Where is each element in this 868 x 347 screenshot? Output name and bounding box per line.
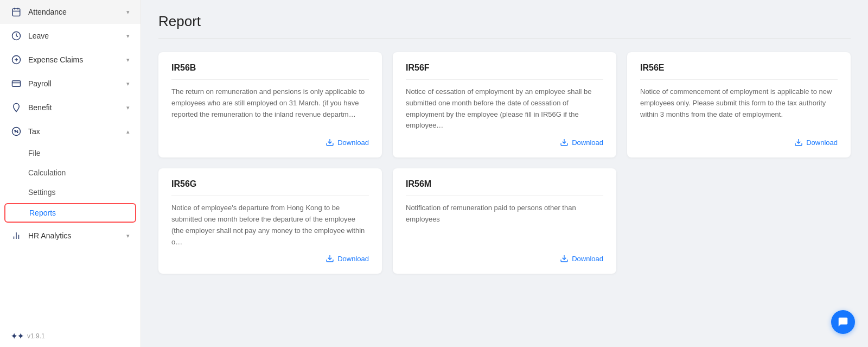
sidebar-sub-item-file[interactable]: File [0, 143, 141, 163]
sidebar-item-leave-label: Leave [28, 31, 120, 40]
hr-analytics-arrow-icon: ▾ [126, 232, 130, 239]
version-logo: ✦✦ [11, 332, 24, 340]
sidebar-item-tax-label: Tax [28, 127, 120, 136]
card-ir56f-title: IR56F [406, 63, 603, 80]
report-card-ir56f: IR56F Notice of cessation of employment … [393, 52, 616, 157]
tax-icon [11, 126, 22, 137]
svg-rect-8 [12, 81, 21, 87]
card-ir56b-title: IR56B [171, 63, 369, 80]
leave-arrow-icon: ▾ [126, 33, 130, 40]
sidebar-item-payroll[interactable]: Payroll ▾ [0, 72, 141, 96]
card-ir56g-title: IR56G [171, 179, 369, 196]
main-content-area: Report IR56B The return on remuneration … [141, 0, 868, 347]
chat-icon [837, 316, 849, 328]
benefit-arrow-icon: ▾ [126, 104, 130, 111]
page-title: Report [158, 13, 851, 30]
card-ir56b-desc: The return on remuneration and pensions … [171, 86, 369, 131]
card-ir56f-download-label: Download [572, 138, 603, 147]
svg-point-12 [15, 130, 16, 131]
sidebar-item-benefit[interactable]: Benefit ▾ [0, 96, 141, 119]
sidebar-sub-calculation-label: Calculation [28, 168, 66, 177]
sidebar-item-tax[interactable]: Tax ▴ [0, 119, 141, 143]
sidebar-sub-settings-label: Settings [28, 188, 56, 197]
sidebar-item-hr-analytics[interactable]: HR Analytics ▾ [0, 224, 141, 248]
report-card-ir56g: IR56G Notice of employee's departure fro… [158, 168, 382, 274]
sidebar-item-expense-label: Expense Claims [28, 55, 120, 64]
expense-arrow-icon: ▾ [126, 56, 130, 64]
card-ir56f-desc: Notice of cessation of employment by an … [406, 86, 603, 131]
sidebar-version: ✦✦ v1.9.1 [0, 325, 141, 347]
card-ir56m-title: IR56M [406, 179, 603, 196]
card-ir56b-download-label: Download [337, 138, 369, 147]
download-icon-ir56f [560, 138, 569, 147]
card-ir56e-title: IR56E [640, 63, 838, 80]
report-card-ir56m: IR56M Notification of remuneration paid … [393, 168, 616, 274]
main-header: Report [141, 0, 868, 39]
download-icon-ir56m [560, 254, 569, 263]
sidebar-sub-item-reports[interactable]: Reports [4, 203, 136, 223]
expense-icon [11, 54, 22, 65]
sidebar-item-expense-claims[interactable]: Expense Claims ▾ [0, 48, 141, 72]
sidebar-item-attendance-label: Attendance [28, 8, 120, 16]
payroll-icon [11, 78, 22, 89]
sidebar-sub-item-settings[interactable]: Settings [0, 182, 141, 202]
card-ir56g-download-label: Download [337, 255, 369, 263]
tax-arrow-icon: ▴ [126, 128, 130, 135]
download-icon-ir56e [794, 138, 803, 147]
download-icon-ir56b [326, 138, 334, 147]
sidebar-item-leave[interactable]: Leave ▾ [0, 24, 141, 48]
report-card-ir56e: IR56E Notice of commencement of employme… [627, 52, 851, 157]
payroll-arrow-icon: ▾ [126, 80, 130, 87]
attendance-icon [11, 7, 22, 17]
card-ir56g-desc: Notice of employee's departure from Hong… [171, 203, 369, 248]
card-ir56g-download-btn[interactable]: Download [171, 254, 369, 263]
sidebar-sub-file-label: File [28, 149, 41, 157]
sidebar: Attendance ▾ Leave ▾ Expense Claims ▾ Pa… [0, 0, 141, 347]
svg-point-13 [17, 132, 18, 133]
sidebar-item-hr-analytics-label: HR Analytics [28, 231, 120, 240]
report-card-ir56b: IR56B The return on remuneration and pen… [158, 52, 382, 157]
card-ir56m-download-label: Download [572, 255, 603, 263]
leave-icon [11, 30, 22, 41]
version-label: v1.9.1 [27, 332, 45, 340]
svg-rect-0 [12, 9, 20, 16]
attendance-arrow-icon: ▾ [126, 9, 130, 16]
card-ir56e-desc: Notice of commencement of employment is … [640, 86, 838, 131]
card-ir56e-download-btn[interactable]: Download [640, 138, 838, 147]
chat-button[interactable] [831, 310, 855, 334]
card-ir56m-desc: Notification of remuneration paid to per… [406, 203, 603, 248]
card-ir56e-download-label: Download [806, 138, 838, 147]
sidebar-sub-reports-label: Reports [29, 209, 56, 217]
reports-grid: IR56B The return on remuneration and pen… [141, 39, 868, 347]
card-ir56f-download-btn[interactable]: Download [406, 138, 603, 147]
card-ir56m-download-btn[interactable]: Download [406, 254, 603, 263]
sidebar-item-payroll-label: Payroll [28, 79, 120, 88]
card-ir56b-download-btn[interactable]: Download [171, 138, 369, 147]
sidebar-item-attendance[interactable]: Attendance ▾ [0, 0, 141, 24]
benefit-icon [11, 102, 22, 113]
hr-analytics-icon [11, 230, 22, 241]
download-icon-ir56g [326, 254, 334, 263]
sidebar-sub-item-calculation[interactable]: Calculation [0, 163, 141, 182]
sidebar-item-benefit-label: Benefit [28, 103, 120, 112]
